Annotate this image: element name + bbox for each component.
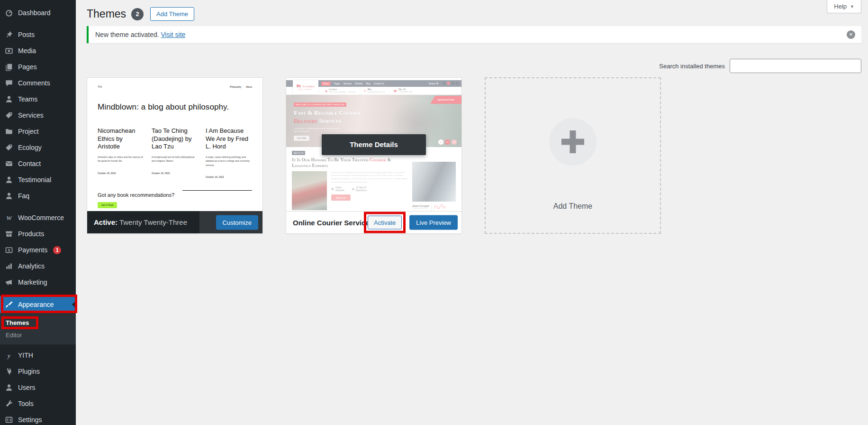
yith-icon: y (4, 351, 14, 360)
sidebar-item-marketing[interactable]: Marketing (0, 274, 76, 290)
courier-info-location: ◉LocationNew market Bandge - California (321, 87, 360, 94)
plus-icon (549, 118, 597, 166)
add-theme-button[interactable]: Add Theme (150, 7, 194, 21)
sidebar-item-woocommerce[interactable]: WWooCommerce (0, 210, 76, 226)
sidebar-item-services[interactable]: Services (0, 107, 76, 123)
theme-details-button[interactable]: Theme Details (322, 134, 426, 155)
admin-sidebar: DashboardPostsMediaPagesCommentsTeamsSer… (0, 0, 76, 425)
person-icon (4, 383, 14, 392)
sidebar-item-pages[interactable]: Pages (0, 59, 76, 75)
sidebar-item-analytics[interactable]: Analytics (0, 258, 76, 274)
tt3-cta-text: Got any book recommendations? (98, 192, 252, 198)
products-icon (4, 230, 14, 238)
carousel-dot: 02 (445, 139, 450, 145)
courier-hero-tag: WELCOME TO COURIER DELIVERY SERVICES (294, 102, 346, 107)
customize-button[interactable]: Customize (216, 215, 258, 230)
sidebar-item-label: Media (18, 47, 36, 55)
sidebar-item-appearance[interactable]: Appearance (0, 296, 76, 313)
dismiss-notice-button[interactable]: ✕ (847, 30, 855, 39)
theme-screenshot-online-courier-services[interactable]: Courier Delivery HomePagesServicesPortfo… (286, 78, 461, 211)
theme-screenshot-twenty-twenty-three[interactable]: TT3 Philosophy About Mindblown: a blog a… (87, 78, 262, 211)
sidebar-item-contact[interactable]: Contact (0, 156, 76, 172)
sidebar-item-project[interactable]: Project (0, 123, 76, 139)
sidebar-item-testimonial[interactable]: Testimonial (0, 172, 76, 188)
sidebar-item-settings[interactable]: Settings (0, 412, 76, 425)
folder-icon (4, 127, 14, 136)
sidebar-item-payments[interactable]: $Payments1 (0, 242, 76, 258)
signature-icon (434, 204, 446, 210)
analytics-icon (4, 262, 14, 270)
woocommerce-icon: W (4, 213, 14, 222)
tag-icon (4, 143, 14, 152)
sidebar-subitem-themes[interactable]: Themes (0, 317, 76, 329)
tt3-heading: Mindblown: a blog about philosophy. (98, 102, 252, 112)
chevron-down-icon: ▼ (850, 4, 854, 9)
courier-feature: ⊞OnlineSchedule (331, 186, 344, 192)
courier-about-paragraph: Lorem Ipsum is simply dummy text of the … (331, 171, 408, 184)
sidebar-item-dashboard[interactable]: Dashboard (0, 5, 76, 21)
sidebar-item-label: Comments (18, 79, 50, 87)
active-prefix: Active: (94, 218, 118, 226)
active-theme-footer: Active: Twenty Twenty-Three Customize (87, 211, 262, 233)
sidebar-subitem-editor[interactable]: Editor (0, 329, 76, 342)
sidebar-item-users[interactable]: Users (0, 379, 76, 396)
page-title: Themes (87, 8, 126, 20)
sidebar-item-faq[interactable]: Faq (0, 188, 76, 204)
search-icon (436, 83, 438, 84)
courier-carousel-dots: 010203 (438, 139, 457, 145)
sidebar-item-media[interactable]: Media (0, 43, 76, 59)
sidebar-item-posts[interactable]: Posts (0, 27, 76, 43)
tag-icon (4, 111, 14, 120)
sidebar-item-label: Tools (18, 400, 34, 407)
carousel-dot: 03 (452, 139, 457, 145)
courier-logo: Courier Delivery (293, 80, 318, 94)
sidebar-item-label: Products (18, 230, 44, 238)
media-icon (4, 46, 14, 55)
appearance-icon (4, 300, 14, 309)
live-preview-button[interactable]: Live Preview (409, 215, 458, 230)
courier-about-us-button: About Us (331, 194, 351, 201)
visit-site-link[interactable]: Visit site (161, 31, 186, 38)
sidebar-item-teams[interactable]: Teams (0, 91, 76, 107)
sidebar-item-comments[interactable]: Comments (0, 75, 76, 91)
sidebar-item-label: Teams (18, 95, 37, 103)
sidebar-item-label: Ecology (18, 144, 42, 151)
courier-person-name: Jane Cooper (412, 204, 429, 207)
sidebar-item-yith[interactable]: yYITH (0, 347, 76, 363)
dashboard-icon (4, 9, 14, 17)
notice-text: New theme activated. (95, 31, 159, 38)
plugins-icon (4, 367, 14, 376)
payments-icon: $ (4, 246, 14, 254)
active-theme-name: Twenty Twenty-Three (119, 218, 187, 226)
sidebar-item-label: Plugins (18, 368, 40, 375)
envelope-icon (4, 159, 14, 168)
courier-social-icons (442, 82, 459, 85)
comments-icon (4, 79, 14, 87)
sidebar-item-label: Dashboard (18, 9, 51, 17)
courier-person-role: Co Founder & CEO (412, 207, 429, 209)
help-label: Help (834, 3, 847, 10)
courier-info-call-us: ☎Call Us+123 (8987) 890 (389, 87, 416, 94)
add-theme-card[interactable]: Add Theme (485, 77, 661, 234)
sidebar-item-plugins[interactable]: Plugins (0, 363, 76, 379)
courier-info-mail: ✉Mailexample@gmail.com (360, 87, 389, 94)
courier-theme-footer: Online Courier Services Activate Live Pr… (286, 211, 461, 233)
sidebar-item-tools[interactable]: Tools (0, 396, 76, 412)
svg-text:$: $ (8, 248, 10, 252)
theme-name: Online Courier Services (293, 219, 373, 227)
tt3-post: I Am Because We Are by Fred L. HordA maj… (206, 127, 252, 180)
courier-hero-subtext: Lorem Ipsum is simply dummy text of the … (294, 127, 347, 133)
sidebar-item-label: Testimonial (18, 176, 51, 184)
tt3-brand: TT3 (98, 85, 102, 88)
sidebar-item-label: Project (18, 128, 39, 135)
sidebar-item-ecology[interactable]: Ecology (0, 139, 76, 156)
courier-nav-services: Services (344, 83, 352, 85)
courier-lets-talk-button: Let's Talk (294, 136, 309, 141)
sidebar-item-products[interactable]: Products (0, 226, 76, 242)
tt3-post: Nicomachean Ethics by AristotleAristotle… (98, 127, 144, 180)
truck-icon (297, 84, 301, 88)
unread-count-badge: 1 (53, 246, 61, 254)
activate-button[interactable]: Activate (368, 216, 402, 230)
help-button[interactable]: Help ▼ (827, 0, 861, 13)
search-themes-input[interactable] (730, 59, 861, 73)
